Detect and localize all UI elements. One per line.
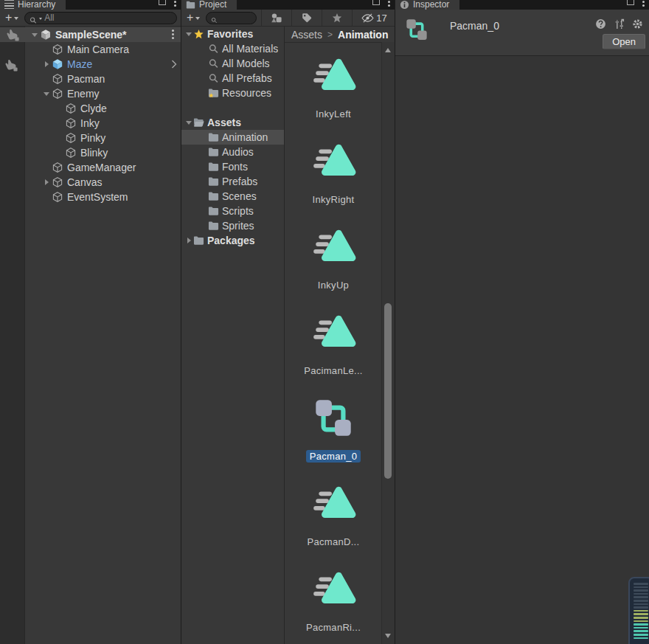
breadcrumb-assets[interactable]: Assets [291,29,322,41]
animator-controller-icon [403,16,431,44]
gear-icon[interactable] [632,18,643,30]
maximize-icon[interactable] [159,0,166,5]
unity-editor: Hierarchy + [0,0,649,644]
meter-segment [634,583,648,585]
project-tree-item-resources[interactable]: Resources [181,86,284,100]
project-tree-item-all-prefabs[interactable]: All Prefabs [181,71,284,86]
foldout-open-icon[interactable] [32,33,38,37]
project-tree-label: Animation [222,131,268,143]
pickability-toggle-icon[interactable] [5,28,20,41]
foldout-icon[interactable] [45,61,49,67]
hierarchy-item-inky[interactable]: Inky [0,116,181,131]
project-toolbar: + 17 [181,10,395,27]
project-tree-item-all-materials[interactable]: All Materials [181,41,284,56]
project-tree-item-assets[interactable]: Assets [181,115,284,130]
hierarchy-item-gamemanager[interactable]: GameManager [0,160,181,175]
project-searchbox[interactable] [206,12,257,24]
hierarchy-item-clyde[interactable]: Clyde [0,101,181,116]
folder-icon [208,221,219,231]
hierarchy-scene-row[interactable]: SampleScene* [0,27,181,42]
asset-label: InkyRight [309,193,358,206]
project-tree-item-sprites[interactable]: Sprites [181,218,284,233]
scroll-down-icon[interactable] [385,634,391,638]
hierarchy-item-enemy[interactable]: Enemy [0,86,181,101]
project-tree-item-all-models[interactable]: All Models [181,56,284,71]
hierarchy-item-maze[interactable]: Maze [0,57,181,72]
gameobject-cube-icon [52,88,63,100]
anim-clip-icon [309,566,358,614]
gameobject-cube-icon [52,73,63,85]
project-tree-label: All Models [222,58,270,69]
project-tree-label: Scripts [222,205,254,217]
hierarchy-item-label: Pinky [80,132,105,144]
project-tree-item-scripts[interactable]: Scripts [181,204,284,218]
prefab-open-chevron-icon[interactable] [171,60,177,69]
project-search-input[interactable] [220,13,251,23]
scene-menu-icon[interactable] [172,33,174,35]
folder-star-icon [208,88,219,98]
search-by-label-button[interactable] [296,10,317,25]
foldout-icon[interactable] [187,238,191,243]
project-tree-item-favorites[interactable]: Favorites [181,27,284,41]
panel-menu-icon[interactable] [388,1,390,3]
help-icon[interactable] [595,18,606,30]
hierarchy-item-eventsystem[interactable]: EventSystem [0,190,181,204]
preset-icon[interactable] [614,18,625,30]
maximize-icon[interactable] [627,0,634,5]
create-asset-button[interactable]: + [185,12,201,24]
tab-inspector[interactable]: Inspector [395,0,459,10]
asset-item-inkyup[interactable]: InkyUp [309,224,358,309]
project-tree-item-animation[interactable]: Animation [181,130,284,145]
asset-label: InkyLeft [312,108,355,120]
asset-item-inkyleft[interactable]: InkyLeft [309,52,358,138]
hierarchy-item-pacman[interactable]: Pacman [0,72,181,86]
foldout-icon[interactable] [186,121,192,125]
project-tree-item-scenes[interactable]: Scenes [181,189,284,204]
hierarchy-item-label: Clyde [80,103,107,114]
hierarchy-item-canvas[interactable]: Canvas [0,175,181,190]
project-tree-label: Audios [222,146,254,158]
tab-hierarchy[interactable]: Hierarchy [0,0,66,10]
asset-item-pacimanle[interactable]: PacimanLe... [300,309,366,395]
hidden-count-button[interactable]: 17 [357,10,391,25]
asset-item-inkyright[interactable]: InkyRight [309,138,358,224]
open-button[interactable]: Open [603,34,645,49]
tab-project[interactable]: Project [181,0,237,10]
search-by-type-button[interactable] [266,10,287,25]
maximize-icon[interactable] [372,0,380,5]
hierarchy-item-main-camera[interactable]: Main Camera [0,42,181,57]
breadcrumb-current[interactable]: Animation [338,29,388,41]
grid-scrollbar[interactable] [381,42,395,644]
project-tree-item-packages[interactable]: Packages [181,233,284,248]
foldout-icon[interactable] [186,32,192,36]
inspector-body [395,56,649,644]
project-folder-tree: FavoritesAll MaterialsAll ModelsAll Pref… [181,27,285,644]
hierarchy-searchbox[interactable] [24,12,177,24]
gameobject-cube-icon [52,176,63,188]
create-object-button[interactable]: + [4,12,20,24]
project-tree-item-fonts[interactable]: Fonts [181,159,284,174]
asset-label-selected: Pacman_0 [306,450,361,463]
hierarchy-item-blinky[interactable]: Blinky [0,145,181,160]
project-tree-label: All Prefabs [222,72,272,84]
project-tree-item-prefabs[interactable]: Prefabs [181,174,284,189]
folder-open-icon [193,117,204,128]
inspector-header: Pacman_0 Open [395,10,649,56]
foldout-icon[interactable] [44,92,49,96]
hierarchy-item-pinky[interactable]: Pinky [0,131,181,145]
project-panel: Project + 17 [181,0,395,644]
info-icon [400,0,409,10]
asset-item-pacmand[interactable]: PacmanD... [304,480,364,566]
panel-menu-icon[interactable] [174,1,176,3]
scroll-up-icon[interactable] [385,48,391,52]
hierarchy-search-input[interactable] [44,13,172,23]
foldout-icon[interactable] [45,179,49,185]
scrollbar-thumb[interactable] [384,303,392,479]
meter-segment [634,623,648,626]
panel-menu-icon[interactable] [642,1,645,3]
meter-segment [634,630,648,632]
favorites-filter-button[interactable] [327,10,347,25]
asset-item-pacman-0[interactable]: Pacman_0 [306,395,361,480]
asset-item-pacmanri[interactable]: PacmanRi... [302,566,364,644]
project-tree-item-audios[interactable]: Audios [181,145,284,159]
